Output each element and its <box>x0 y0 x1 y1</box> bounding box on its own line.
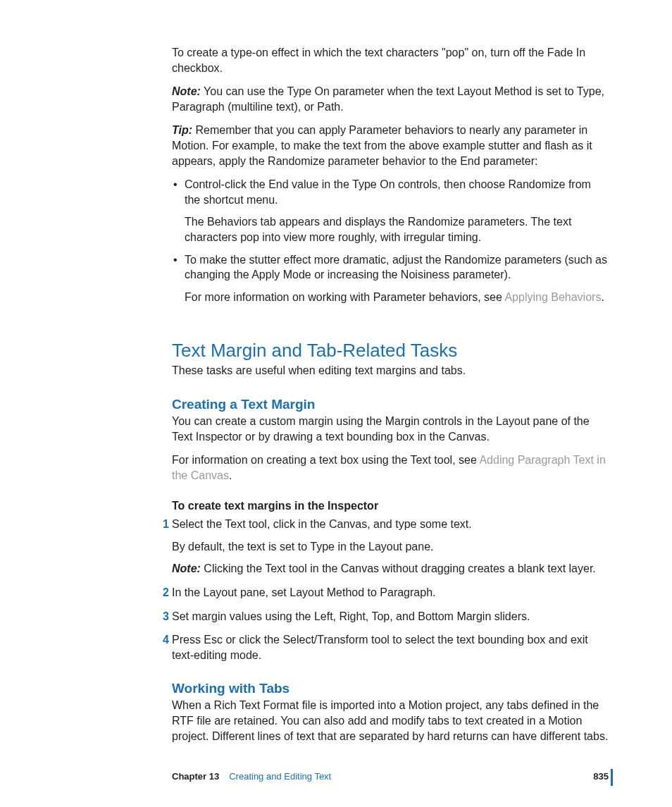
body-paragraph: You can create a custom margin using the… <box>172 414 609 444</box>
step-number: 4 <box>156 632 169 648</box>
note-label: Note: <box>172 85 201 97</box>
step-number: 3 <box>156 609 169 624</box>
note-text: You can use the Type On parameter when t… <box>172 85 604 113</box>
step-text: Select the Text tool, click in the Canva… <box>172 518 472 530</box>
list-item-text: To make the stutter effect more dramatic… <box>185 254 607 281</box>
step-note: Note: Clicking the Text tool in the Canv… <box>172 561 609 577</box>
steps-heading: To create text margins in the Inspector <box>172 500 609 512</box>
section-heading: Text Margin and Tab-Related Tasks <box>172 340 609 362</box>
tip-label: Tip: <box>172 124 192 136</box>
note-text: Clicking the Text tool in the Canvas wit… <box>201 562 596 574</box>
tip-text: Remember that you can apply Parameter be… <box>172 124 592 166</box>
body-paragraph: When a Rich Text Format file is imported… <box>172 698 609 744</box>
inline-text: For more information on working with Par… <box>185 291 504 303</box>
step-item: 1 Select the Text tool, click in the Can… <box>172 517 609 577</box>
step-number: 2 <box>156 585 169 600</box>
document-page: To create a type-on effect in which the … <box>0 0 672 807</box>
step-item: 3 Set margin values using the Left, Righ… <box>172 609 609 624</box>
list-item-subtext: The Behaviors tab appears and displays t… <box>185 214 609 245</box>
step-text: Press Esc or click the Select/Transform … <box>172 634 588 661</box>
step-text: Set margin values using the Left, Right,… <box>172 610 530 622</box>
step-subtext: By default, the text is set to Type in t… <box>172 539 609 555</box>
list-item: Control-click the End value in the Type … <box>172 177 609 245</box>
link-applying-behaviors[interactable]: Applying Behaviors <box>504 291 601 303</box>
list-item-text: Control-click the End value in the Type … <box>185 178 591 206</box>
subsection-heading: Creating a Text Margin <box>172 397 609 412</box>
tip-paragraph: Tip: Remember that you can apply Paramet… <box>172 123 609 168</box>
footer-chapter-title: Creating and Editing Text <box>229 771 331 782</box>
list-item-subtext: For more information on working with Par… <box>185 290 609 305</box>
inline-text: . <box>601 291 604 303</box>
note-paragraph: Note: You can use the Type On parameter … <box>172 84 609 114</box>
step-item: 4 Press Esc or click the Select/Transfor… <box>172 632 609 663</box>
inline-text: For information on creating a text box u… <box>172 454 479 466</box>
body-paragraph: To create a type-on effect in which the … <box>172 45 609 75</box>
step-text: In the Layout pane, set Layout Method to… <box>172 586 435 598</box>
step-number: 1 <box>156 517 169 532</box>
steps-list: 1 Select the Text tool, click in the Can… <box>172 517 609 663</box>
body-paragraph: For information on creating a text box u… <box>172 452 609 483</box>
list-item: To make the stutter effect more dramatic… <box>172 252 609 305</box>
body-paragraph: These tasks are useful when editing text… <box>172 363 609 378</box>
subsection-heading: Working with Tabs <box>172 681 609 696</box>
content-column: To create a type-on effect in which the … <box>172 45 609 744</box>
bullet-list: Control-click the End value in the Type … <box>172 177 609 304</box>
footer-page-number: 835 <box>593 771 609 782</box>
page-footer: Chapter 13 Creating and Editing Text 835 <box>172 771 609 782</box>
footer-accent-bar <box>611 769 613 786</box>
inline-text: . <box>229 469 232 481</box>
footer-chapter: Chapter 13 <box>172 771 219 782</box>
step-item: 2 In the Layout pane, set Layout Method … <box>172 585 609 600</box>
note-label: Note: <box>172 562 201 574</box>
